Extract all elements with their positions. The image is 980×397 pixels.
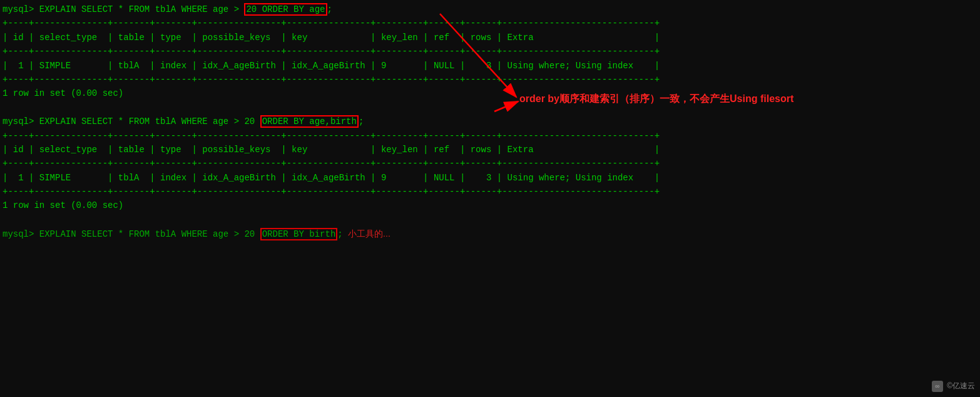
command-line-1: mysql> EXPLAIN SELECT * FROM tblA WHERE …: [0, 3, 980, 16]
watermark-text: ©亿速云: [947, 381, 975, 390]
watermark-icon: ∞: [932, 381, 943, 392]
divider-2c: +----+--------------+-------+-------+---…: [0, 185, 980, 198]
divider-2a: +----+--------------+-------+-------+---…: [0, 129, 980, 143]
partial-annotation: 小工具的...: [348, 229, 390, 239]
divider-1c: +----+--------------+-------+-------+---…: [0, 73, 980, 86]
divider-1a: +----+--------------+-------+-------+---…: [0, 16, 980, 30]
watermark: ∞ ©亿速云: [932, 381, 975, 392]
highlight-order-by-age-birth: ORDER BY age,birth: [260, 115, 359, 128]
header-1: | id | select_type | table | type | poss…: [0, 31, 980, 44]
annotation-text: order by顺序和建索引（排序）一致，不会产生Using filesort: [519, 93, 794, 106]
highlight-order-by-age: 20 ORDER BY age: [244, 3, 327, 16]
prompt-1: mysql> EXPLAIN SELECT * FROM tblA WHERE …: [3, 3, 332, 16]
footer-1: 1 row in set (0.00 sec): [0, 86, 980, 100]
row-2: | 1 | SIMPLE | tblA | index | idx_A_ageB…: [0, 171, 980, 185]
prompt-3: mysql> EXPLAIN SELECT * FROM tblA WHERE …: [3, 228, 343, 240]
footer-2: 1 row in set (0.00 sec): [0, 198, 980, 212]
highlight-order-by-birth: ORDER BY birth: [260, 228, 338, 240]
row-1: | 1 | SIMPLE | tblA | index | idx_A_ageB…: [0, 59, 980, 73]
prompt-2: mysql> EXPLAIN SELECT * FROM tblA WHERE …: [3, 115, 364, 128]
terminal: mysql> EXPLAIN SELECT * FROM tblA WHERE …: [0, 0, 980, 397]
blank-2: [0, 213, 980, 227]
divider-1b: +----+--------------+-------+-------+---…: [0, 44, 980, 58]
command-line-3-partial: mysql> EXPLAIN SELECT * FROM tblA WHERE …: [0, 227, 980, 241]
command-line-2: mysql> EXPLAIN SELECT * FROM tblA WHERE …: [0, 115, 980, 128]
blank-1: [0, 101, 980, 115]
divider-2b: +----+--------------+-------+-------+---…: [0, 157, 980, 170]
header-2: | id | select_type | table | type | poss…: [0, 143, 980, 157]
